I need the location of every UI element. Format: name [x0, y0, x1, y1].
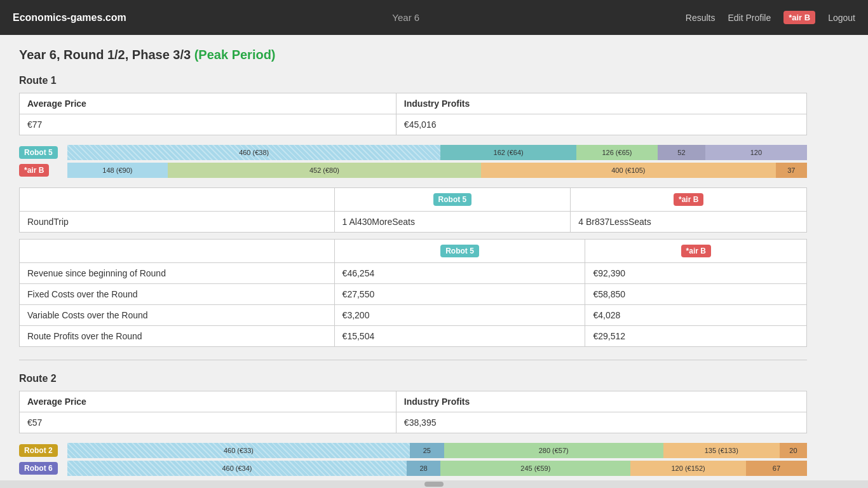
robot6-seg5: 67	[746, 461, 807, 476]
fin-robot5-2: €3,200	[334, 305, 585, 326]
r1-airb-col-header: *air B	[571, 188, 807, 212]
fin-row-3: Route Profits over the Round €15,504 €29…	[20, 326, 807, 347]
robot2-badge-label: Robot 2	[19, 444, 64, 457]
fin-airb-2: €4,028	[585, 305, 807, 326]
page-title-static: Year 6, Round 1/2, Phase 3/3	[19, 48, 191, 62]
route1-bar-airb: *air B 148 (€90) 452 (€80) 400 (€105) 37	[19, 163, 807, 178]
year-label: Year 6	[126, 12, 686, 23]
robot5-badge: Robot 5	[19, 146, 58, 159]
robot2-seg2: 25	[410, 443, 444, 458]
airb-seg1: 148 (€90)	[67, 163, 168, 178]
airb-seg3: 400 (€105)	[481, 163, 776, 178]
robot2-bar-container: 460 (€33) 25 280 (€57) 135 (€133) 20	[67, 443, 807, 458]
scroll-thumb	[424, 482, 444, 487]
robot6-seg3: 245 (€59)	[440, 461, 630, 476]
route2-bars: Robot 2 460 (€33) 25 280 (€57) 135 (€133…	[19, 443, 807, 476]
navbar: Economics-games.com Year 6 Results Edit …	[0, 0, 868, 35]
route2-stats-table: Average Price Industry Profits €57 €38,3…	[19, 391, 807, 433]
route1-stats-table: Average Price Industry Profits €77 €45,0…	[19, 93, 807, 135]
robot2-seg4: 135 (€133)	[663, 443, 780, 458]
r1-robot5-badge: Robot 5	[433, 193, 472, 206]
results-link[interactable]: Results	[686, 13, 715, 23]
fin-label-0: Revenue since beginning of Round	[20, 263, 335, 284]
fin-robot5-1: €27,550	[334, 284, 585, 305]
fin-airb-badge: *air B	[681, 245, 711, 257]
r1-airb-badge: *air B	[674, 193, 703, 206]
robot5-seg4: 52	[658, 145, 705, 160]
route2-bar-robot2: Robot 2 460 (€33) 25 280 (€57) 135 (€133…	[19, 443, 807, 458]
r2-avg-price-value: €57	[20, 412, 397, 433]
airb-badge-label: *air B	[19, 164, 64, 177]
section-divider	[19, 360, 807, 360]
fin-robot5-0: €46,254	[334, 263, 585, 284]
fin-robot5-col-header: Robot 5	[334, 240, 585, 263]
fin-label-2: Variable Costs over the Round	[20, 305, 335, 326]
fin-row-1: Fixed Costs over the Round €27,550 €58,8…	[20, 284, 807, 305]
main-content: Year 6, Round 1/2, Phase 3/3 (Peak Perio…	[0, 35, 826, 488]
industry-profits-value: €45,016	[396, 114, 806, 135]
r1-robot5-col-header: Robot 5	[334, 188, 571, 212]
fin-row-2: Variable Costs over the Round €3,200 €4,…	[20, 305, 807, 326]
robot6-bar-container: 460 (€34) 28 245 (€59) 120 (€152) 67	[67, 461, 807, 476]
avg-price-value: €77	[20, 114, 397, 135]
route1-title: Route 1	[19, 75, 807, 86]
robot2-seg3: 280 (€57)	[444, 443, 663, 458]
robot5-seg5: 120	[705, 145, 807, 160]
industry-profits-header: Industry Profits	[396, 93, 806, 114]
fin-robot5-badge: Robot 5	[440, 245, 479, 257]
fin-row-0: Revenue since beginning of Round €46,254…	[20, 263, 807, 284]
roundtrip-label: RoundTrip	[20, 212, 335, 233]
route1-roundtrip-table: Robot 5 *air B RoundTrip 1 Al430MoreSeat…	[19, 187, 807, 233]
route2-bar-robot6: Robot 6 460 (€34) 28 245 (€59) 120 (€152…	[19, 461, 807, 476]
route2-title: Route 2	[19, 373, 807, 384]
fin-airb-1: €58,850	[585, 284, 807, 305]
airb-bar-container: 148 (€90) 452 (€80) 400 (€105) 37	[67, 163, 807, 178]
robot6-seg4: 120 (€152)	[630, 461, 746, 476]
robot5-seg1: 460 (€38)	[67, 145, 440, 160]
avg-price-header: Average Price	[20, 93, 397, 114]
robot5-seg3: 126 (€65)	[576, 145, 658, 160]
fin-airb-col-header: *air B	[585, 240, 807, 263]
robot5-bar-container: 460 (€38) 162 (€64) 126 (€65) 52 120	[67, 145, 807, 160]
roundtrip-airb: 4 Br837LessSeats	[571, 212, 807, 233]
robot2-badge: Robot 2	[19, 444, 58, 457]
page-title: Year 6, Round 1/2, Phase 3/3 (Peak Perio…	[19, 48, 807, 62]
robot6-badge-label: Robot 6	[19, 462, 64, 475]
r2-avg-price-header: Average Price	[20, 391, 397, 412]
fin-robot5-3: €15,504	[334, 326, 585, 347]
edit-profile-link[interactable]: Edit Profile	[728, 13, 771, 23]
robot2-seg5: 20	[780, 443, 807, 458]
fin-label-1: Fixed Costs over the Round	[20, 284, 335, 305]
brand-title: Economics-games.com	[13, 12, 126, 24]
robot2-seg1: 460 (€33)	[67, 443, 410, 458]
robot6-badge: Robot 6	[19, 462, 58, 475]
airb-seg2: 452 (€80)	[168, 163, 481, 178]
page-title-peak: (Peak Period)	[194, 48, 276, 62]
route1-financials-table: Robot 5 *air B Revenue since beginning o…	[19, 239, 807, 347]
navbar-right: Results Edit Profile *air B Logout	[686, 11, 855, 24]
route1-bars: Robot 5 460 (€38) 162 (€64) 126 (€65) 52…	[19, 145, 807, 178]
logout-link[interactable]: Logout	[828, 13, 855, 23]
route1-bar-robot5: Robot 5 460 (€38) 162 (€64) 126 (€65) 52…	[19, 145, 807, 160]
user-badge: *air B	[783, 11, 815, 24]
r2-industry-profits-value: €38,395	[396, 412, 806, 433]
robot5-seg2: 162 (€64)	[440, 145, 576, 160]
fin-airb-0: €92,390	[585, 263, 807, 284]
robot6-seg2: 28	[407, 461, 440, 476]
r2-industry-profits-header: Industry Profits	[396, 391, 806, 412]
fin-label-3: Route Profits over the Round	[20, 326, 335, 347]
airb-badge: *air B	[19, 164, 49, 177]
robot5-badge-label: Robot 5	[19, 146, 64, 159]
roundtrip-robot5: 1 Al430MoreSeats	[334, 212, 571, 233]
fin-airb-3: €29,512	[585, 326, 807, 347]
robot6-seg1: 460 (€34)	[67, 461, 407, 476]
bottom-scrollbar[interactable]	[0, 480, 868, 488]
airb-seg4: 37	[776, 163, 807, 178]
